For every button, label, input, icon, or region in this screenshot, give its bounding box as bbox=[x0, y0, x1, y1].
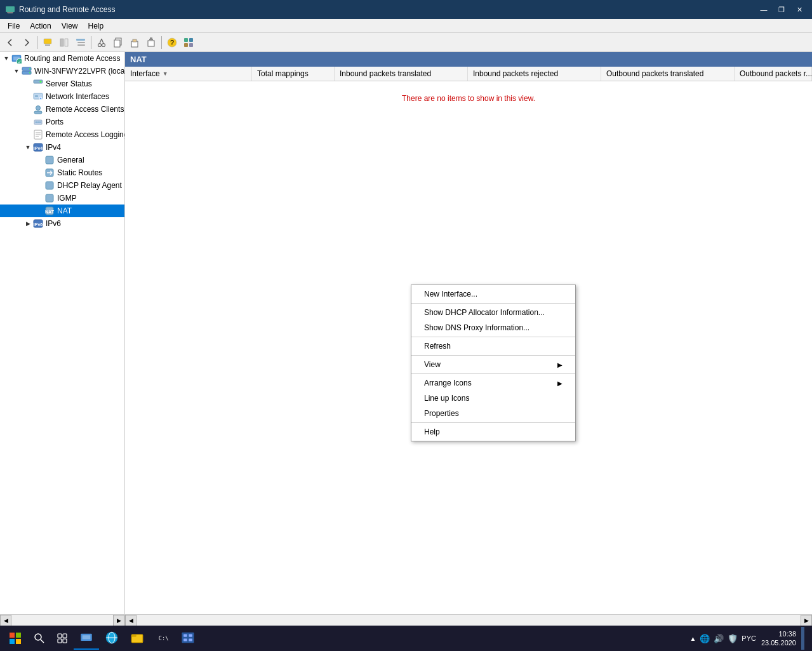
tree-remote-clients[interactable]: ▶ Remote Access Clients bbox=[0, 103, 124, 116]
ctx-show-dhcp[interactable]: Show DHCP Allocator Information... bbox=[411, 305, 575, 320]
menu-action[interactable]: Action bbox=[25, 20, 56, 32]
tree-general[interactable]: ▶ General bbox=[0, 154, 124, 166]
svg-text:IPv4: IPv4 bbox=[34, 146, 43, 151]
tray-network-icon[interactable]: 🌐 bbox=[700, 634, 710, 643]
ctx-show-dns[interactable]: Show DNS Proxy Information... bbox=[411, 320, 575, 335]
tree-network-interfaces[interactable]: ▶ Network Interfaces bbox=[0, 90, 124, 103]
taskbar-app-settings[interactable] bbox=[175, 627, 201, 650]
maximize-button[interactable]: ❐ bbox=[774, 3, 789, 16]
tree-ipv4-label: IPv4 bbox=[46, 143, 61, 152]
ipv6-toggle[interactable]: ▶ bbox=[23, 218, 33, 229]
tree-ral[interactable]: ▶ Remote Access Logging bbox=[0, 128, 124, 141]
toolbar: ? bbox=[0, 33, 812, 52]
ipv4-icon: IPv4 bbox=[33, 142, 43, 152]
svg-point-10 bbox=[98, 43, 102, 46]
taskbar: C:\ ▲ 🌐 🔊 🛡️ PYC 10:38 23.05.2020 bbox=[0, 626, 812, 651]
interface-sort-icon: ▼ bbox=[163, 70, 168, 77]
tree-ports[interactable]: ▶ Ports bbox=[0, 116, 124, 128]
col-total[interactable]: Total mappings bbox=[252, 67, 335, 81]
tree-button[interactable] bbox=[73, 35, 88, 50]
tree-server[interactable]: ▼ WIN-3NFWY22LVPR (local) bbox=[0, 65, 124, 77]
ipv4-toggle[interactable]: ▼ bbox=[23, 142, 33, 152]
tree-igmp[interactable]: ▶ IGMP bbox=[0, 192, 124, 205]
help-button[interactable]: ? bbox=[164, 35, 180, 50]
copy-button[interactable] bbox=[110, 35, 126, 50]
col-outbound[interactable]: Outbound packets r... bbox=[735, 67, 812, 81]
server-toggle[interactable]: ▼ bbox=[11, 66, 22, 76]
main-scroll-right[interactable]: ▶ bbox=[801, 615, 812, 626]
main-scroll-track[interactable] bbox=[136, 615, 801, 626]
tray-volume-icon[interactable]: 🔊 bbox=[714, 634, 724, 643]
search-button[interactable] bbox=[28, 627, 51, 650]
nat-header: NAT bbox=[125, 52, 812, 67]
tray-language[interactable]: PYC bbox=[742, 634, 756, 642]
svg-rect-6 bbox=[65, 39, 68, 46]
tree-static-routes[interactable]: ▶ Static Routes bbox=[0, 166, 124, 179]
root-toggle[interactable]: ▼ bbox=[1, 53, 11, 64]
tree-nat[interactable]: ▶ NAT NAT bbox=[0, 205, 124, 217]
ctx-sep-3 bbox=[411, 355, 575, 356]
svg-rect-4 bbox=[45, 44, 50, 46]
tree-server-status[interactable]: ▶ Server Status bbox=[0, 77, 124, 90]
tree-rc-label: Remote Access Clients bbox=[46, 105, 124, 114]
ctx-properties[interactable]: Properties bbox=[411, 406, 575, 421]
ctx-arrange[interactable]: Arrange Icons ▶ bbox=[411, 375, 575, 391]
tree-scroll-track[interactable] bbox=[11, 615, 113, 626]
show-desktop-button[interactable] bbox=[801, 627, 804, 650]
mmc-button[interactable] bbox=[181, 35, 196, 50]
up-button[interactable] bbox=[40, 35, 55, 50]
tree-scroll-right[interactable]: ▶ bbox=[113, 615, 124, 626]
paste-button[interactable] bbox=[127, 35, 142, 50]
taskbar-clock[interactable]: 10:38 23.05.2020 bbox=[761, 629, 796, 648]
taskbar-app-rra[interactable] bbox=[74, 627, 99, 650]
tree-root[interactable]: ▼ ✓ Routing and Remote Access bbox=[0, 52, 124, 65]
delete-button[interactable] bbox=[143, 35, 159, 50]
menu-file[interactable]: File bbox=[3, 20, 25, 32]
task-view-button[interactable] bbox=[51, 627, 74, 650]
svg-rect-5 bbox=[60, 39, 63, 46]
back-button[interactable] bbox=[3, 35, 18, 50]
svg-rect-67 bbox=[58, 634, 62, 638]
ctx-refresh[interactable]: Refresh bbox=[411, 339, 575, 354]
taskbar-app-cmd[interactable]: C:\ bbox=[150, 627, 175, 650]
svg-rect-83 bbox=[189, 634, 192, 637]
taskbar-app-explorer[interactable] bbox=[124, 627, 150, 650]
svg-line-66 bbox=[41, 640, 44, 643]
menu-view[interactable]: View bbox=[57, 20, 83, 32]
col-inbound-translated[interactable]: Inbound packets translated bbox=[335, 67, 468, 81]
forward-button[interactable] bbox=[19, 35, 34, 50]
minimize-button[interactable]: — bbox=[756, 3, 771, 16]
ctx-view-label: View bbox=[424, 360, 441, 369]
cut-button[interactable] bbox=[94, 35, 109, 50]
svg-text:C:\: C:\ bbox=[159, 635, 169, 641]
server-icon bbox=[22, 66, 32, 76]
column-headers: Interface ▼ Total mappings Inbound packe… bbox=[125, 67, 812, 81]
svg-rect-41 bbox=[34, 111, 42, 114]
dhcp-icon bbox=[44, 180, 55, 191]
tree-scroll-left[interactable]: ◀ bbox=[0, 615, 11, 626]
menu-help[interactable]: Help bbox=[83, 20, 109, 32]
ctx-help[interactable]: Help bbox=[411, 424, 575, 440]
tree-dhcp[interactable]: ▶ DHCP Relay Agent bbox=[0, 179, 124, 192]
taskbar-app-ie[interactable] bbox=[99, 627, 124, 650]
tree-ipv4[interactable]: ▼ IPv4 IPv4 bbox=[0, 141, 124, 154]
tray-arrow[interactable]: ▲ bbox=[689, 635, 696, 642]
tree-ports-label: Ports bbox=[46, 117, 63, 126]
col-outbound-translated[interactable]: Outbound packets translated bbox=[601, 67, 735, 81]
show-hide-button[interactable] bbox=[57, 35, 72, 50]
tray-shield-icon[interactable]: 🛡️ bbox=[728, 634, 738, 643]
start-button[interactable] bbox=[3, 627, 28, 650]
ctx-lineup[interactable]: Line up Icons bbox=[411, 391, 575, 406]
col-interface[interactable]: Interface ▼ bbox=[125, 67, 252, 81]
tree-ipv6[interactable]: ▶ IPv6 IPv6 bbox=[0, 217, 124, 230]
ctx-view[interactable]: View ▶ bbox=[411, 357, 575, 372]
main-scroll-left[interactable]: ◀ bbox=[125, 615, 136, 626]
close-button[interactable]: ✕ bbox=[792, 3, 807, 16]
svg-rect-70 bbox=[63, 639, 67, 643]
ctx-new-interface[interactable]: New Interface... bbox=[411, 286, 575, 302]
sr-icon bbox=[44, 168, 55, 178]
ctx-show-dhcp-label: Show DHCP Allocator Information... bbox=[424, 308, 545, 317]
menu-bar: File Action View Help bbox=[0, 19, 812, 33]
col-inbound-rejected[interactable]: Inbound packets rejected bbox=[468, 67, 601, 81]
col-outbound-label: Outbound packets r... bbox=[740, 69, 812, 78]
